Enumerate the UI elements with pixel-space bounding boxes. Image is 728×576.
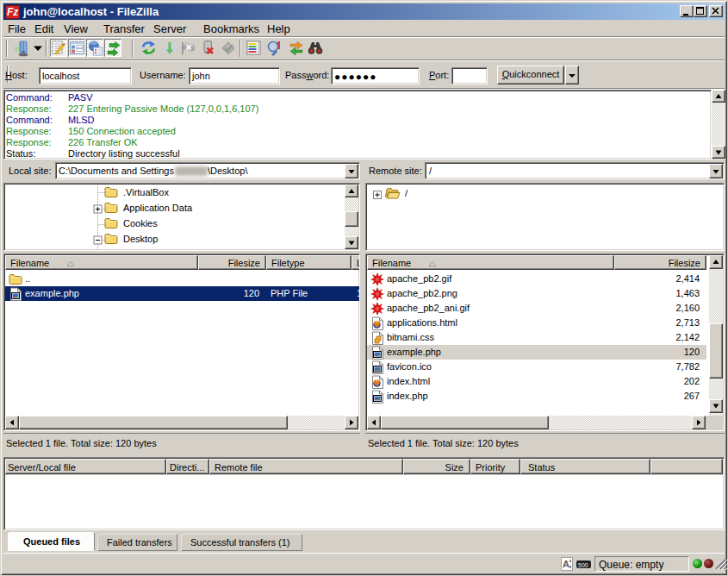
- svg-text:Fz: Fz: [7, 6, 18, 18]
- svg-text:500: 500: [578, 562, 588, 568]
- svg-text:A: A: [563, 559, 569, 569]
